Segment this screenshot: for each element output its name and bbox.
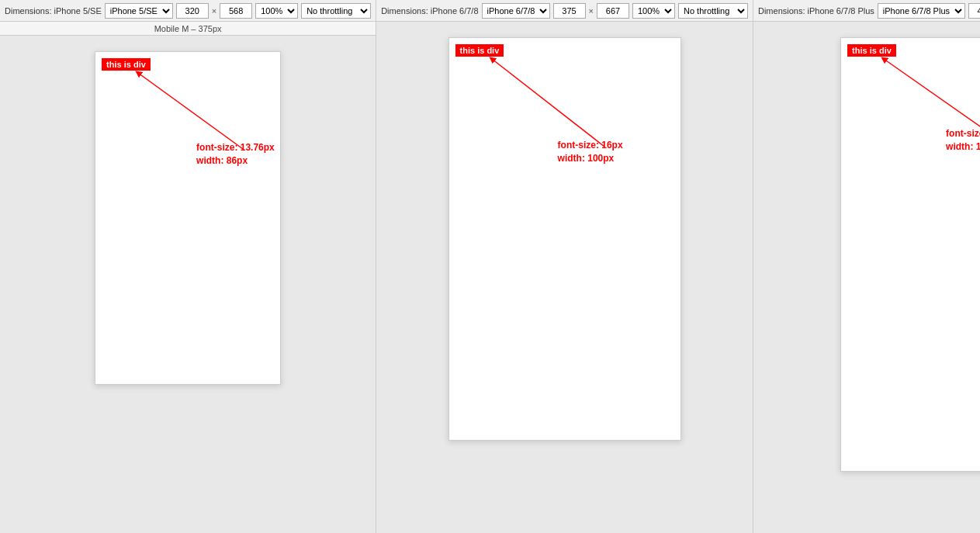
panel-3: Dimensions: iPhone 6/7/8 Plus iPhone 6/7… [753, 0, 980, 533]
dimensions-label: Dimensions: iPhone 5/SE [5, 6, 102, 16]
svg-line-0 [138, 73, 243, 149]
panel-content-1: this is divfont-size: 13.76pxwidth: 86px [0, 36, 376, 533]
arrow-svg [841, 38, 980, 471]
div-badge: this is div [455, 44, 504, 57]
svg-line-2 [884, 59, 980, 135]
device-frame: this is divfont-size: 17.6pxwidth: 110px [840, 37, 980, 472]
panel-2: Dimensions: iPhone 6/7/8 iPhone 6/7/8 × … [376, 0, 753, 533]
toolbar-3: Dimensions: iPhone 6/7/8 Plus iPhone 6/7… [753, 0, 980, 22]
device-select[interactable]: iPhone 6/7/8 Plus [878, 3, 965, 19]
annotation-line2: width: 86px [196, 155, 248, 166]
throttle-select[interactable]: No throttling [301, 3, 371, 19]
device-frame: this is divfont-size: 16pxwidth: 100px [448, 37, 681, 441]
toolbar-2: Dimensions: iPhone 6/7/8 iPhone 6/7/8 × … [376, 0, 753, 22]
times-symbol: × [589, 6, 594, 16]
toolbar-1: Dimensions: iPhone 5/SE iPhone 5/SE × 10… [0, 0, 376, 22]
height-input[interactable] [220, 3, 252, 19]
panel-1: Dimensions: iPhone 5/SE iPhone 5/SE × 10… [0, 0, 376, 533]
annotation: font-size: 17.6pxwidth: 110px [946, 127, 980, 154]
device-frame: this is divfont-size: 13.76pxwidth: 86px [95, 51, 281, 385]
svg-line-1 [492, 59, 604, 147]
zoom-select[interactable]: 100% [255, 3, 298, 19]
sub-label: Mobile M – 375px [154, 24, 222, 33]
annotation-line2: width: 100px [558, 153, 615, 164]
dimensions-label: Dimensions: iPhone 6/7/8 [381, 6, 478, 16]
div-badge: this is div [847, 44, 896, 57]
div-badge: this is div [102, 58, 151, 71]
device-select[interactable]: iPhone 6/7/8 [482, 3, 550, 19]
zoom-select[interactable]: 100% [632, 3, 675, 19]
panel-content-3: this is divfont-size: 17.6pxwidth: 110px [753, 22, 980, 533]
panels-container: Dimensions: iPhone 5/SE iPhone 5/SE × 10… [0, 0, 980, 533]
sub-toolbar: Mobile M – 375px [0, 22, 376, 36]
annotation: font-size: 16pxwidth: 100px [558, 139, 623, 165]
width-input[interactable] [968, 3, 980, 19]
annotation-line2: width: 110px [946, 141, 980, 152]
dimensions-label: Dimensions: iPhone 6/7/8 Plus [758, 6, 874, 16]
device-select[interactable]: iPhone 5/SE [105, 3, 173, 19]
width-input[interactable] [176, 3, 209, 19]
arrow-svg [449, 38, 680, 440]
times-symbol: × [212, 6, 216, 16]
panel-content-2: this is divfont-size: 16pxwidth: 100px [376, 22, 753, 533]
annotation: font-size: 13.76pxwidth: 86px [196, 141, 275, 168]
annotation-line1: font-size: 16px [558, 140, 623, 151]
arrow-svg [95, 52, 280, 384]
annotation-line1: font-size: 17.6px [946, 128, 980, 139]
annotation-line1: font-size: 13.76px [196, 142, 275, 153]
throttle-select[interactable]: No throttling [678, 3, 748, 19]
height-input[interactable] [597, 3, 629, 19]
width-input[interactable] [553, 3, 586, 19]
